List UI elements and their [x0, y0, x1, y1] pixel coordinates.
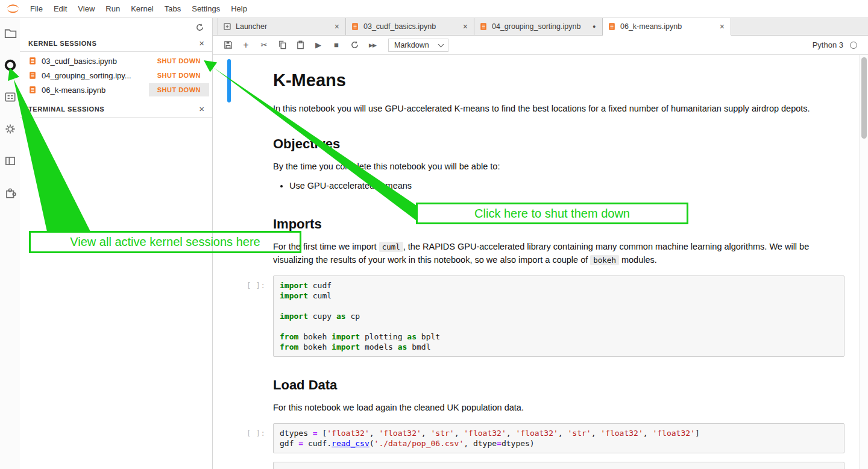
tab-launcher[interactable]: Launcher × [218, 18, 346, 35]
main-area: Launcher × 03_cudf_basics.ipynb × 04_gro… [213, 18, 868, 469]
terminal-sessions-header: TERMINAL SESSIONS × [20, 102, 212, 118]
notebook-content: K-Means In this notebook you will use GP… [213, 55, 859, 469]
cell-prompt [213, 362, 273, 415]
cell-prompt [213, 121, 273, 197]
objectives-heading: Objectives [273, 136, 844, 152]
code-cell-imports[interactable]: [ ]: import cudfimport cuml import cupy … [213, 273, 859, 359]
tab-bar: Launcher × 03_cudf_basics.ipynb × 04_gro… [213, 18, 868, 36]
cut-cells-button[interactable]: ✂ [259, 40, 269, 50]
notebook-title: K-Means [273, 71, 844, 90]
shutdown-button[interactable]: SHUT DOWN [149, 83, 209, 96]
kernel-session-row: 03_cudf_basics.ipynb SHUT DOWN [20, 54, 212, 68]
close-icon[interactable]: × [199, 40, 204, 47]
markdown-cell-load-data[interactable]: Load Data For this notebook we load agai… [213, 359, 859, 417]
selected-cell-indicator [227, 59, 231, 102]
running-sessions-icon[interactable] [4, 58, 17, 72]
terminal-sessions-title: TERMINAL SESSIONS [28, 105, 104, 113]
shutdown-button[interactable]: SHUT DOWN [149, 69, 209, 82]
code-editor[interactable] [273, 462, 844, 469]
intro-paragraph: In this notebook you will use GPU-accele… [273, 102, 844, 116]
cell-prompt [213, 462, 273, 469]
extension-manager-icon[interactable] [4, 186, 17, 200]
left-sidebar-strip [0, 18, 20, 469]
command-palette-icon[interactable] [4, 90, 17, 104]
code-cell-load-data[interactable]: [ ]: dtypes = ['float32', 'float32', 'st… [213, 421, 859, 456]
kernel-session-list: 03_cudf_basics.ipynb SHUT DOWN 04_groupi… [20, 52, 212, 102]
notebook-icon [28, 86, 37, 94]
menu-view[interactable]: View [72, 4, 100, 13]
markdown-cell-imports[interactable]: Imports For the first time we import cum… [213, 198, 859, 269]
tab-label: 06_k-means.ipynb [620, 22, 719, 31]
refresh-icon[interactable] [195, 23, 204, 32]
menu-settings[interactable]: Settings [186, 4, 225, 13]
sessions-panel-toolbar [20, 18, 212, 36]
run-cell-button[interactable]: ▶ [313, 40, 323, 50]
close-icon[interactable]: × [719, 22, 726, 31]
chevron-down-icon [438, 41, 444, 47]
tab-label: 04_grouping_sorting.ipynb [492, 22, 593, 31]
copy-cells-button[interactable] [277, 40, 287, 50]
launcher-icon [223, 22, 231, 31]
imports-paragraph: For the first time we import cuml, the R… [273, 241, 844, 267]
session-name[interactable]: 03_cudf_basics.ipynb [42, 57, 149, 66]
tab-06-k-means[interactable]: 06_k-means.ipynb × [603, 18, 731, 36]
add-cell-button[interactable]: + [241, 40, 251, 50]
file-browser-icon[interactable] [4, 27, 17, 40]
scrollbar-thumb[interactable] [861, 57, 867, 139]
save-button[interactable] [223, 40, 233, 50]
kernel-status-icon [850, 42, 857, 49]
imports-heading: Imports [273, 216, 844, 232]
gear-icon[interactable] [4, 122, 17, 136]
paste-cells-button[interactable] [295, 40, 305, 50]
open-tabs-icon[interactable] [4, 154, 17, 168]
close-icon[interactable]: × [333, 22, 341, 31]
load-data-paragraph: For this notebook we load again the clea… [273, 401, 844, 415]
close-icon[interactable]: × [462, 22, 469, 31]
running-sessions-panel: KERNEL SESSIONS × 03_cudf_basics.ipynb S… [20, 18, 213, 469]
restart-kernel-button[interactable] [350, 40, 359, 50]
objectives-paragraph: By the time you complete this notebook y… [273, 160, 844, 174]
cell-prompt [213, 57, 273, 116]
notebook-icon [28, 57, 37, 65]
menu-file[interactable]: File [25, 4, 48, 13]
markdown-cell-title[interactable]: K-Means In this notebook you will use GP… [213, 55, 859, 118]
notebook-icon [608, 22, 616, 31]
notebook-icon [479, 22, 488, 31]
kernel-sessions-title: KERNEL SESSIONS [28, 40, 96, 47]
unsaved-dot-icon[interactable]: ● [593, 24, 597, 29]
tab-03-cudf-basics[interactable]: 03_cudf_basics.ipynb × [346, 18, 474, 35]
close-icon[interactable]: × [199, 105, 204, 113]
kernel-session-row: 04_grouping_sorting.ipy... SHUT DOWN [20, 68, 212, 83]
cell-prompt: [ ]: [213, 423, 273, 453]
markdown-cell-objectives[interactable]: Objectives By the time you complete this… [213, 118, 859, 199]
shutdown-button[interactable]: SHUT DOWN [149, 54, 209, 68]
menu-edit[interactable]: Edit [48, 4, 72, 13]
session-name[interactable]: 04_grouping_sorting.ipy... [42, 71, 149, 80]
code-editor[interactable]: import cudfimport cuml import cupy as cp… [273, 275, 844, 357]
notebook-icon [28, 71, 37, 80]
restart-run-all-button[interactable]: ▶▶ [368, 40, 377, 50]
cell-prompt [213, 201, 273, 267]
cell-type-value: Markdown [394, 41, 429, 49]
inline-code-cuml: cuml [379, 242, 403, 252]
tab-label: 03_cudf_basics.ipynb [363, 22, 462, 31]
session-name[interactable]: 06_k-means.ipynb [42, 86, 149, 95]
kernel-sessions-header: KERNEL SESSIONS × [20, 36, 212, 52]
tab-label: Launcher [236, 22, 333, 31]
stop-kernel-button[interactable]: ■ [332, 40, 341, 50]
scrollbar[interactable] [859, 55, 868, 469]
menu-run[interactable]: Run [100, 4, 125, 13]
jupyter-logo-icon [5, 1, 20, 16]
menubar: File Edit View Run Kernel Tabs Settings … [0, 0, 868, 18]
menu-help[interactable]: Help [225, 4, 253, 13]
menu-tabs[interactable]: Tabs [159, 4, 186, 13]
menu-kernel[interactable]: Kernel [125, 4, 159, 13]
code-cell-partial[interactable] [213, 459, 859, 469]
notebook-toolbar: + ✂ ▶ ■ ▶▶ Markdown Python 3 [213, 36, 868, 55]
code-editor[interactable]: dtypes = ['float32', 'float32', 'str', '… [273, 423, 844, 453]
cell-prompt: [ ]: [213, 275, 273, 357]
load-data-heading: Load Data [273, 377, 844, 393]
kernel-name[interactable]: Python 3 [813, 40, 843, 49]
cell-type-dropdown[interactable]: Markdown [388, 39, 448, 52]
tab-04-grouping-sorting[interactable]: 04_grouping_sorting.ipynb ● [474, 18, 603, 35]
